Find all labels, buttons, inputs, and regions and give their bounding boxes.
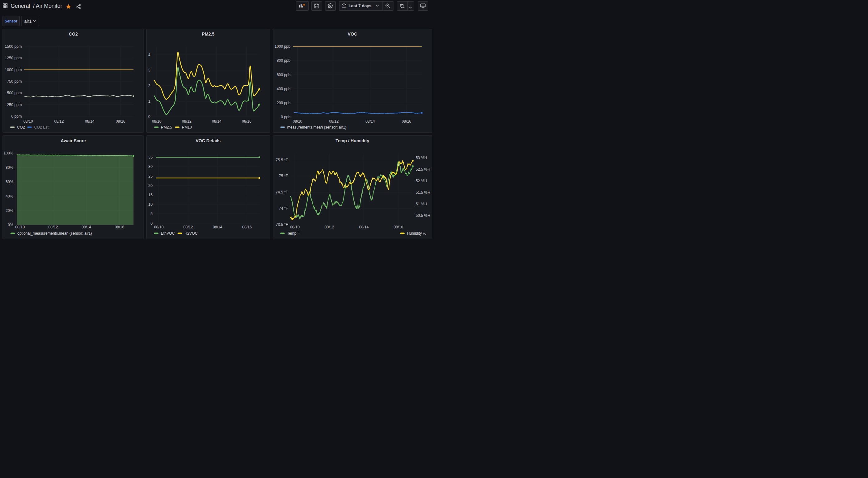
svg-text:0: 0	[150, 221, 153, 225]
svg-text:30: 30	[149, 164, 153, 169]
svg-text:35: 35	[149, 155, 153, 159]
svg-text:74.5 °F: 74.5 °F	[276, 190, 288, 194]
svg-text:0: 0	[148, 115, 150, 119]
svg-text:08/12: 08/12	[54, 119, 64, 123]
svg-text:08/10: 08/10	[154, 225, 164, 229]
svg-text:measurements.mean {sensor: air: measurements.mean {sensor: air1}	[287, 125, 346, 129]
svg-text:51.5 %H: 51.5 %H	[415, 190, 430, 195]
svg-text:800 ppb: 800 ppb	[276, 58, 290, 63]
svg-text:51 %H: 51 %H	[415, 202, 427, 206]
svg-text:H2VOC: H2VOC	[184, 231, 197, 235]
svg-text:optional_measurements.mean {se: optional_measurements.mean {sensor: air1…	[17, 231, 92, 235]
svg-text:08/12: 08/12	[182, 119, 192, 123]
svg-text:15: 15	[149, 193, 153, 197]
svg-text:CO2: CO2	[17, 125, 25, 129]
svg-text:1500 ppm: 1500 ppm	[5, 44, 22, 49]
svg-text:08/14: 08/14	[365, 119, 375, 123]
svg-text:5: 5	[150, 212, 153, 216]
svg-text:PM2.5: PM2.5	[202, 31, 215, 36]
svg-text:08/12: 08/12	[183, 225, 193, 229]
svg-text:74 °F: 74 °F	[279, 206, 288, 211]
svg-text:08/16: 08/16	[402, 119, 411, 123]
svg-text:0%: 0%	[8, 222, 13, 227]
svg-text:VOC: VOC	[348, 31, 357, 36]
svg-text:250 ppm: 250 ppm	[7, 102, 22, 107]
svg-text:75.5 °F: 75.5 °F	[276, 158, 288, 162]
svg-text:Temp F: Temp F	[287, 231, 300, 235]
svg-text:53 %H: 53 %H	[415, 156, 427, 160]
svg-text:500 ppm: 500 ppm	[7, 91, 22, 95]
svg-text:73.5 °F: 73.5 °F	[276, 222, 288, 227]
svg-text:20: 20	[149, 183, 153, 188]
svg-text:75 °F: 75 °F	[279, 174, 288, 178]
svg-text:400 ppb: 400 ppb	[276, 87, 290, 91]
svg-text:08/16: 08/16	[115, 225, 124, 229]
svg-text:25: 25	[149, 174, 153, 178]
svg-text:52.5 %H: 52.5 %H	[415, 167, 430, 171]
svg-text:Awair Score: Awair Score	[61, 138, 86, 143]
svg-text:52 %H: 52 %H	[415, 179, 427, 183]
svg-text:200 ppb: 200 ppb	[276, 100, 290, 105]
svg-text:08/10: 08/10	[15, 225, 25, 229]
svg-text:1000 ppm: 1000 ppm	[5, 67, 22, 72]
svg-text:08/12: 08/12	[324, 225, 334, 229]
svg-text:60%: 60%	[6, 180, 13, 184]
svg-text:08/14: 08/14	[212, 119, 221, 123]
svg-text:08/12: 08/12	[329, 119, 339, 123]
svg-text:PM2.5: PM2.5	[161, 125, 172, 129]
svg-text:08/10: 08/10	[290, 225, 300, 229]
svg-text:08/16: 08/16	[242, 119, 252, 123]
svg-text:4: 4	[148, 53, 150, 57]
svg-text:08/16: 08/16	[116, 119, 125, 123]
svg-text:08/10: 08/10	[23, 119, 33, 123]
svg-text:0 ppm: 0 ppm	[11, 114, 22, 118]
svg-text:Humidity %: Humidity %	[407, 231, 426, 235]
svg-text:100%: 100%	[3, 151, 13, 155]
svg-text:EthVOC: EthVOC	[161, 231, 175, 235]
svg-text:10: 10	[149, 202, 153, 206]
svg-text:08/16: 08/16	[394, 225, 403, 229]
svg-text:600 ppb: 600 ppb	[276, 72, 290, 77]
svg-text:08/12: 08/12	[49, 225, 58, 229]
svg-text:3: 3	[148, 68, 150, 72]
svg-text:0 ppb: 0 ppb	[281, 115, 290, 119]
svg-text:CO2: CO2	[69, 31, 78, 36]
svg-text:1250 ppm: 1250 ppm	[5, 56, 22, 60]
svg-text:08/14: 08/14	[82, 225, 91, 229]
svg-text:Temp / Humidity: Temp / Humidity	[335, 138, 369, 143]
svg-text:08/14: 08/14	[359, 225, 369, 229]
svg-text:750 ppm: 750 ppm	[7, 79, 22, 83]
svg-text:2: 2	[148, 83, 150, 88]
svg-text:80%: 80%	[6, 165, 13, 170]
svg-text:1000 ppb: 1000 ppb	[274, 44, 290, 49]
svg-text:08/14: 08/14	[85, 119, 95, 123]
svg-text:08/14: 08/14	[213, 225, 222, 229]
svg-text:20%: 20%	[6, 208, 13, 213]
svg-text:1: 1	[148, 99, 150, 103]
svg-text:08/10: 08/10	[293, 119, 302, 123]
svg-text:40%: 40%	[6, 194, 13, 198]
svg-text:08/10: 08/10	[152, 119, 162, 123]
svg-text:PM10: PM10	[182, 125, 192, 129]
svg-text:VOC Details: VOC Details	[196, 138, 221, 143]
svg-text:CO2 Est: CO2 Est	[34, 125, 49, 129]
svg-text:08/16: 08/16	[242, 225, 252, 229]
svg-text:50.5 %H: 50.5 %H	[415, 214, 430, 218]
